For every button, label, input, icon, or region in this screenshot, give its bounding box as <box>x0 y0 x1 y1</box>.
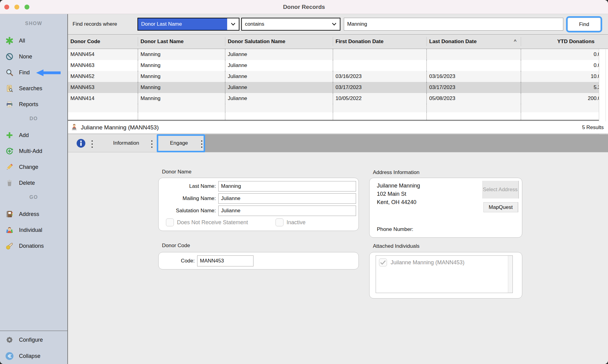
asterisk-icon <box>5 36 14 45</box>
no-entry-icon <box>5 52 14 61</box>
find-annotation-arrow <box>36 69 61 76</box>
sidebar-divider <box>0 331 67 331</box>
cell-donor-last-name: Manning <box>138 71 225 82</box>
cell-donor-last-name: Manning <box>138 82 225 93</box>
close-window-button[interactable] <box>4 5 9 9</box>
column-header-donor-salutation-name[interactable]: Donor Salutation Name <box>225 37 333 46</box>
table-row[interactable]: MANN453 Manning Julianne 03/17/2023 03/1… <box>68 82 608 93</box>
table-row[interactable]: MANN454 Manning Julianne 0.00 <box>68 49 608 60</box>
empty-row <box>68 104 608 112</box>
cell-donor-salutation-name: Julianne <box>225 82 333 93</box>
cell-donor-code: MANN414 <box>68 93 138 104</box>
sidebar-item-add[interactable]: Add <box>0 130 67 140</box>
donor-code-field[interactable] <box>197 255 253 266</box>
checked-checkbox <box>379 258 387 266</box>
cell-last-donation-date <box>426 60 521 71</box>
tab-bar: Information Engage <box>68 134 608 152</box>
attached-individual-item[interactable]: Juilanne Manning (MANN453) <box>379 258 464 266</box>
column-header-donor-last-name[interactable]: Donor Last Name <box>138 37 225 46</box>
mapquest-button[interactable]: MapQuest <box>483 202 518 212</box>
plus-icon <box>5 131 14 140</box>
address-line-city: Kent, OH 44240 <box>377 198 420 206</box>
address-card: Juilanne Manning 102 Main St Kent, OH 44… <box>369 178 522 238</box>
find-button-label: Find <box>579 21 589 28</box>
cell-ytd-donations: 10.00 <box>521 71 608 82</box>
mailing-name-label: Mailing Name: <box>159 195 218 202</box>
donor-records-window: Donor Records SHOW All None Find <box>0 0 608 364</box>
info-icon[interactable] <box>76 139 86 148</box>
inactive-checkbox[interactable] <box>276 218 283 226</box>
sort-ascending-indicator: ^ <box>514 39 516 45</box>
cell-last-donation-date <box>426 49 521 60</box>
cell-ytd-donations: 0.00 <box>521 49 608 60</box>
column-header-ytd-donations[interactable]: YTD Donations <box>521 37 608 46</box>
cell-donor-code: MANN463 <box>68 60 138 71</box>
attached-individuals-heading: Attached Individuals <box>373 243 419 249</box>
cell-donor-code: MANN452 <box>68 71 138 82</box>
sidebar-heading-go: GO <box>0 195 67 200</box>
column-header-first-donation-date[interactable]: First Donation Date <box>333 37 426 46</box>
main-panel: Find records where Donor Last Name conta… <box>68 14 608 364</box>
sidebar-item-collapse[interactable]: Collapse <box>0 351 67 361</box>
sidebar-item-delete[interactable]: Delete <box>0 178 67 188</box>
select-address-button[interactable]: Select Address <box>482 181 519 199</box>
sidebar-item-searches[interactable]: Searches <box>0 83 67 94</box>
sidebar-item-donations[interactable]: Donations <box>0 241 67 251</box>
sidebar-item-multi-add[interactable]: Multi-Add <box>0 146 67 156</box>
table-body: MANN454 Manning Julianne 0.00 MANN463 Ma… <box>68 49 608 104</box>
find-button[interactable]: Find <box>566 16 602 32</box>
attached-individuals-card: Juilanne Manning (MANN453) <box>369 252 522 299</box>
cell-donor-salutation-name: Julianne <box>225 49 333 60</box>
engage-annotation-box <box>157 134 205 152</box>
does-not-receive-statement-checkbox[interactable] <box>166 218 174 226</box>
sidebar-item-configure[interactable]: Configure <box>0 335 67 345</box>
table-row[interactable]: MANN452 Manning Julianne 03/16/2023 03/1… <box>68 71 608 82</box>
sidebar-item-individual[interactable]: Individual <box>0 225 67 235</box>
cell-donor-code: MANN454 <box>68 49 138 60</box>
cell-first-donation-date <box>333 60 426 71</box>
salutation-name-label: Salutation Name: <box>159 208 218 214</box>
donor-name-heading: Donor Name <box>162 169 191 175</box>
person-icon <box>5 225 14 235</box>
collapse-chevrons-icon <box>5 351 14 361</box>
detail-content: Donor Name Last Name: Mailing Name: Salu… <box>68 152 608 364</box>
mailing-name-field[interactable] <box>218 193 356 204</box>
last-name-field[interactable] <box>218 181 356 191</box>
find-bar: Find records where Donor Last Name conta… <box>68 14 608 34</box>
does-not-receive-statement-label: Does Not Receive Statement <box>177 219 248 226</box>
operator-select[interactable]: contains <box>241 18 340 31</box>
salutation-name-field[interactable] <box>218 206 356 216</box>
cell-donor-code: MANN453 <box>68 82 138 93</box>
column-header-donor-code[interactable]: Donor Code <box>68 37 138 46</box>
kebab-menu-icon[interactable] <box>151 139 153 149</box>
cell-last-donation-date: 03/17/2023 <box>426 82 521 93</box>
results-table: Donor Code Donor Last Name Donor Salutat… <box>68 34 608 121</box>
results-count: 5 Results <box>582 124 604 131</box>
address-line-street: 102 Main St <box>377 190 420 198</box>
table-row[interactable]: MANN463 Manning Julianne 0.00 <box>68 60 608 71</box>
cell-donor-salutation-name: Julianne <box>225 93 333 104</box>
minimize-window-button[interactable] <box>14 5 19 9</box>
search-query-input[interactable] <box>344 18 563 31</box>
field-select[interactable]: Donor Last Name <box>137 18 239 31</box>
printer-icon <box>5 100 14 109</box>
gear-icon <box>5 335 14 344</box>
column-header-last-donation-date[interactable]: Last Donation Date ^ <box>426 37 521 46</box>
sidebar-item-change[interactable]: Change <box>0 162 67 172</box>
attached-list-scrollbar[interactable] <box>508 256 512 293</box>
tab-information[interactable]: Information <box>105 134 148 152</box>
address-line-name: Juilanne Manning <box>377 182 420 190</box>
cell-first-donation-date: 03/17/2023 <box>333 82 426 93</box>
address-book-icon <box>5 210 14 219</box>
field-select-value: Donor Last Name <box>138 18 227 30</box>
sidebar-item-reports[interactable]: Reports <box>0 99 67 110</box>
cell-donor-salutation-name: Julianne <box>225 60 333 71</box>
zoom-window-button[interactable] <box>24 5 29 9</box>
kebab-menu-icon[interactable] <box>91 139 93 149</box>
sidebar-item-none[interactable]: None <box>0 51 67 62</box>
table-row[interactable]: MANN414 Manning Julianne 10/05/2022 05/0… <box>68 93 608 104</box>
sidebar-item-all[interactable]: All <box>0 35 67 46</box>
cell-donor-last-name: Manning <box>138 60 225 71</box>
sidebar-item-address[interactable]: Address <box>0 209 67 219</box>
phone-number-label: Phone Number: <box>377 226 413 232</box>
